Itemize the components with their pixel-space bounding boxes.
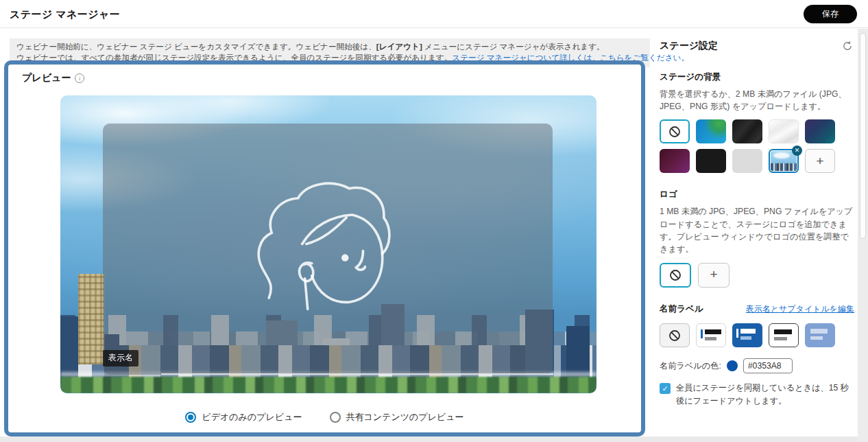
background-options-grid: ✕ + (660, 119, 854, 173)
color-swatch[interactable] (727, 360, 738, 371)
reset-button[interactable] (841, 39, 854, 53)
stage-background-title: ステージの背景 (660, 71, 854, 84)
stage-settings-panel: ステージ設定 ステージの背景 背景を選択するか、2 MB 未満のファイル (JP… (660, 38, 854, 407)
info-icon[interactable]: i (75, 73, 84, 83)
background-option-black[interactable] (696, 149, 726, 173)
name-label-style-translucent[interactable] (805, 323, 835, 347)
upload-background-button[interactable]: + (805, 149, 835, 173)
stage-settings-title: ステージ設定 (660, 38, 718, 53)
color-hex-input[interactable] (743, 358, 793, 373)
radio-video-only-preview[interactable]: ビデオのみのプレビュー (185, 411, 302, 423)
fade-checkbox-checked[interactable]: ✓ (660, 383, 671, 394)
remove-background-icon[interactable]: ✕ (792, 146, 802, 156)
background-option-blue-green[interactable] (696, 119, 726, 143)
page-bottom-strip (0, 437, 868, 442)
save-button[interactable]: 保存 (804, 5, 857, 23)
name-label-color-label: 名前ラベルの色: (660, 360, 721, 372)
name-label-style-solid-blue[interactable] (732, 323, 762, 347)
preview-mode-radios: ビデオのみのプレビュー 共有コンテンツのプレビュー (8, 411, 641, 423)
banner-layout-menu-ref: [レイアウト] (376, 42, 422, 51)
stage-background-image: 表示名 (60, 95, 596, 393)
preview-card: プレビュー i (4, 60, 645, 437)
name-label-style-options (660, 323, 854, 347)
video-tile-baseline (161, 373, 553, 375)
edit-display-name-link[interactable]: 表示名とサブタイトルを編集 (746, 303, 854, 315)
name-label-style-outlined[interactable] (769, 323, 799, 347)
stage-background-description: 背景を選択するか、2 MB 未満のファイル (JPG、JPEG、PNG 形式) … (660, 88, 854, 113)
background-option-dark-wave[interactable] (732, 119, 762, 143)
refresh-icon (842, 40, 853, 51)
page-title: ステージ マネージャー (10, 0, 120, 28)
top-bar: ステージ マネージャー 保存 (0, 0, 868, 28)
logo-description: 1 MB 未満の JPG、JPEG、PNG ファイルをアップロードすることで、ス… (660, 205, 854, 255)
scrollbar-thumb[interactable] (860, 33, 866, 239)
name-label-style-accent-bar[interactable] (696, 323, 726, 347)
fade-checkbox-label: 全員にステージを同期しているときは、15 秒後にフェードアウトします。 (676, 382, 854, 407)
scrollbar-track (858, 29, 868, 442)
preview-title: プレビュー i (22, 72, 84, 84)
prohibition-icon (668, 268, 682, 282)
radio-unselected-icon (330, 412, 341, 423)
radio-video-only-label: ビデオのみのプレビュー (202, 411, 302, 423)
logo-options: + (660, 263, 854, 288)
display-name-label[interactable]: 表示名 (103, 350, 138, 367)
upload-logo-button[interactable]: + (698, 263, 730, 288)
background-none-option[interactable] (660, 119, 690, 143)
background-option-indigo-teal[interactable] (805, 119, 835, 143)
background-option-light-gray[interactable] (732, 149, 762, 173)
radio-shared-content-label: 共有コンテンツのプレビュー (346, 411, 464, 423)
prohibition-icon (668, 329, 682, 342)
banner-line-1: ウェビナー開始前に、ウェビナー ステージ ビューをカスタマイズできます。ウェビナ… (16, 41, 643, 52)
radio-shared-content-preview[interactable]: 共有コンテンツのプレビュー (330, 411, 464, 423)
background-option-city-photo-selected[interactable]: ✕ (769, 149, 799, 173)
name-label-title: 名前ラベル (660, 303, 703, 316)
background-option-light-wave[interactable] (769, 119, 799, 143)
name-label-none-option[interactable] (660, 323, 690, 347)
background-option-maroon-magenta[interactable] (660, 149, 690, 173)
prohibition-icon (668, 125, 682, 139)
avatar-line-art (254, 179, 399, 320)
radio-selected-icon (185, 412, 196, 423)
logo-title: ロゴ (660, 188, 854, 201)
logo-none-option[interactable] (660, 263, 691, 288)
